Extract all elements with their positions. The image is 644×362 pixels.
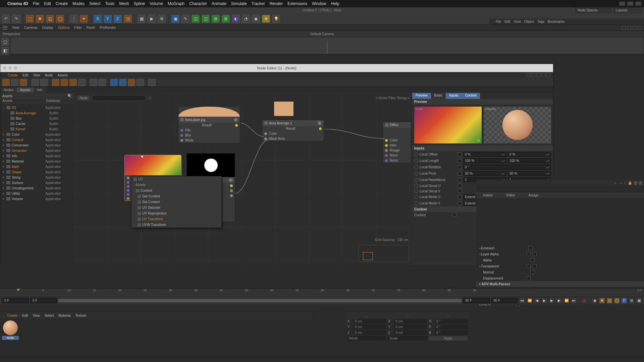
search-icon[interactable]: 🔍 bbox=[67, 94, 72, 98]
minimize-icon[interactable] bbox=[8, 66, 12, 70]
key-mode-icon[interactable]: P bbox=[621, 298, 627, 304]
mat-menu-edit[interactable]: Edit bbox=[22, 314, 28, 317]
popup-item[interactable]: Get Context bbox=[142, 194, 160, 198]
nav-fwd-icon[interactable]: → bbox=[619, 181, 622, 185]
range-end-field[interactable]: 90 F bbox=[463, 298, 490, 303]
environment-icon[interactable]: ◔ bbox=[242, 15, 250, 23]
om-view[interactable]: View bbox=[514, 20, 521, 23]
axis-icon[interactable]: ✦ bbox=[80, 15, 88, 23]
size-field[interactable]: 0 cm bbox=[394, 319, 427, 323]
node-canvas[interactable]: Node ⓧ <<Enter Filter String>> food-plat… bbox=[74, 93, 412, 265]
tree-row[interactable]: +UncategorizedApplicatior bbox=[0, 185, 74, 191]
tree-row[interactable]: +GeneratorApplicatior bbox=[0, 148, 74, 153]
rot-field[interactable]: 0 ° bbox=[435, 325, 468, 329]
step-back-icon[interactable]: ⏪ bbox=[527, 298, 533, 304]
output-port[interactable] bbox=[230, 189, 233, 192]
material-manager[interactable]: Node bbox=[0, 318, 312, 357]
menu-mesh[interactable]: Mesh bbox=[119, 1, 129, 6]
menu-animate[interactable]: Animate bbox=[212, 1, 226, 6]
render-settings-icon[interactable]: ⚙ bbox=[158, 15, 166, 23]
vp-menu-filter[interactable]: Filter bbox=[74, 26, 82, 29]
vp-nav-icon[interactable] bbox=[627, 26, 631, 30]
minimap-view[interactable] bbox=[363, 252, 373, 260]
ne-menu-node[interactable]: Node bbox=[45, 73, 53, 77]
viewport[interactable] bbox=[10, 37, 644, 54]
input-port[interactable] bbox=[127, 177, 129, 179]
rot-field[interactable]: 0 ° bbox=[435, 319, 468, 323]
tree-row[interactable]: +SurfaceApplicatior bbox=[0, 180, 74, 185]
input-port[interactable] bbox=[264, 137, 267, 140]
ne-tool-icon[interactable] bbox=[11, 79, 18, 86]
spline-icon[interactable]: ✎ bbox=[181, 15, 190, 23]
generator2-icon[interactable]: ◫ bbox=[202, 15, 210, 23]
node-diffuse[interactable]: Diffus Color Inter Rough Norm Norm bbox=[383, 122, 411, 163]
ne-tool-icon[interactable] bbox=[78, 79, 86, 86]
array-icon[interactable]: ⊞ bbox=[222, 15, 230, 23]
ne-tool-icon[interactable] bbox=[20, 79, 27, 86]
tab-basic[interactable]: Basic bbox=[431, 93, 446, 99]
ne-tool-icon[interactable] bbox=[32, 79, 39, 86]
next-frame-icon[interactable]: ▶ bbox=[556, 298, 562, 304]
menu-help[interactable]: Help bbox=[331, 1, 339, 6]
tree-row[interactable]: +ContextApplicatior bbox=[0, 137, 74, 142]
ne-tool-icon[interactable] bbox=[99, 79, 106, 86]
om-bookmarks[interactable]: Bookmarks bbox=[548, 20, 565, 23]
mat-menu-create[interactable]: Create bbox=[7, 314, 17, 317]
bulb-icon[interactable]: 💡 bbox=[272, 15, 280, 23]
coord-sys-icon[interactable]: ◳ bbox=[124, 15, 132, 23]
input-port[interactable] bbox=[127, 197, 129, 200]
menu-mograph[interactable]: MoGraph bbox=[168, 1, 184, 6]
checkbox[interactable] bbox=[458, 153, 462, 157]
pos-field[interactable]: 0 cm bbox=[354, 330, 386, 335]
input-port[interactable] bbox=[385, 139, 388, 142]
value-field[interactable]: 0 %▴▾ bbox=[463, 152, 506, 157]
vp-menu-prorender[interactable]: ProRender bbox=[100, 26, 116, 29]
key-mode-icon[interactable]: ▦ bbox=[636, 298, 642, 304]
tree-row[interactable]: BlurBuiltin bbox=[0, 116, 74, 121]
undo-icon[interactable]: ↶ bbox=[2, 15, 10, 23]
checkbox[interactable] bbox=[458, 159, 462, 163]
ne-menu-assets[interactable]: Assets bbox=[58, 73, 68, 77]
tree-row[interactable]: +StringApplicatior bbox=[0, 175, 74, 180]
input-port[interactable] bbox=[127, 193, 129, 196]
input-port[interactable] bbox=[385, 159, 388, 162]
clear-icon[interactable]: ⓧ bbox=[148, 96, 152, 101]
input-port[interactable] bbox=[127, 185, 129, 188]
vp-menu-cameras[interactable]: Cameras bbox=[24, 26, 38, 29]
menu-file[interactable]: File bbox=[33, 1, 39, 6]
input-port[interactable] bbox=[180, 134, 183, 137]
select-tool-icon[interactable]: ⬚ bbox=[26, 15, 34, 23]
menu-spline[interactable]: Spline bbox=[134, 1, 145, 6]
menu-tools[interactable]: Tools bbox=[105, 1, 114, 6]
output-port[interactable] bbox=[230, 194, 233, 197]
current-frame-field[interactable]: 0 F bbox=[30, 298, 57, 303]
mode-icon[interactable]: ◫ bbox=[639, 181, 642, 185]
range-slider[interactable] bbox=[58, 299, 462, 302]
mat-menu-material[interactable]: Material bbox=[59, 314, 71, 317]
tab-editor[interactable]: Editor bbox=[499, 192, 522, 198]
tab-context[interactable]: Context bbox=[462, 93, 480, 99]
vp-menu-options[interactable]: Options bbox=[58, 26, 69, 29]
ne-tool-icon[interactable] bbox=[61, 79, 68, 86]
input-port[interactable] bbox=[264, 132, 267, 135]
checkbox[interactable] bbox=[458, 195, 462, 199]
aov-header[interactable]: AOV Multi-Passes bbox=[481, 282, 510, 286]
menu-character[interactable]: Character bbox=[189, 1, 207, 6]
ne-tool-icon[interactable] bbox=[148, 79, 156, 86]
checkbox[interactable] bbox=[530, 270, 534, 274]
menu-modes[interactable]: Modes bbox=[72, 1, 85, 6]
layout-icon[interactable] bbox=[541, 73, 545, 77]
om-file[interactable]: File bbox=[496, 20, 501, 23]
key-mode-icon[interactable]: ◯ bbox=[614, 298, 620, 304]
checkbox[interactable] bbox=[527, 252, 531, 256]
port-radio[interactable] bbox=[414, 172, 418, 176]
context-checkbox[interactable] bbox=[452, 213, 457, 217]
port-radio[interactable] bbox=[414, 178, 418, 182]
minimap[interactable] bbox=[359, 245, 409, 262]
material-item[interactable]: Node bbox=[2, 320, 19, 340]
input-port[interactable] bbox=[180, 139, 183, 142]
value-field[interactable]: 0 %▴▾ bbox=[508, 152, 551, 157]
mat-menu-select[interactable]: Select bbox=[45, 314, 54, 317]
tab-info[interactable]: Info bbox=[34, 87, 46, 93]
ne-tool-icon[interactable] bbox=[110, 79, 118, 86]
